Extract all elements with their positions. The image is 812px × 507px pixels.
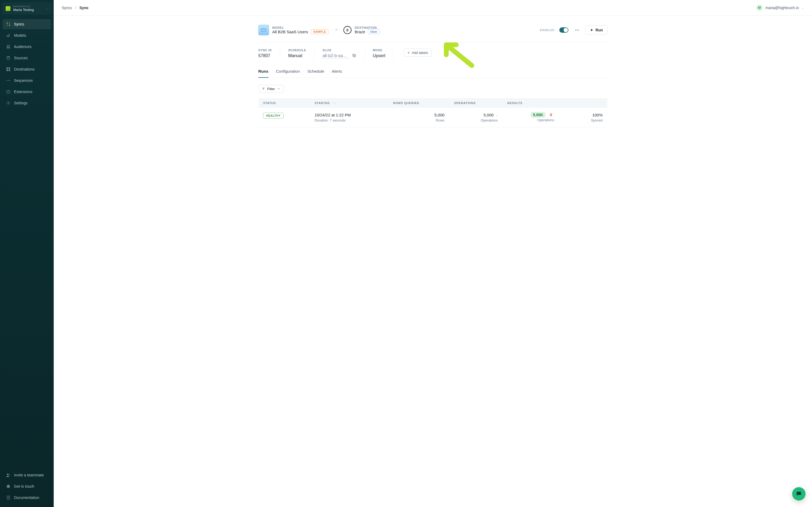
col-rows[interactable]: ROWS QUERIED: [388, 98, 449, 108]
svg-rect-29: [353, 55, 356, 57]
sidebar-item-label: Sources: [14, 56, 28, 60]
intercom-launcher[interactable]: [792, 487, 806, 501]
sidebar-item-get-in-touch[interactable]: Get in touch: [3, 481, 51, 492]
destination-icon: b: [344, 26, 352, 34]
col-ops[interactable]: OPERATIONS: [449, 98, 502, 108]
svg-point-2: [7, 25, 8, 26]
svg-point-22: [8, 486, 9, 487]
sidebar-item-extensions[interactable]: Extensions: [3, 87, 51, 97]
svg-rect-5: [8, 35, 8, 37]
slug-label: SLUG: [322, 49, 356, 52]
tab-schedule[interactable]: Schedule: [307, 69, 324, 78]
svg-point-18: [8, 103, 9, 104]
chat-icon: [6, 484, 11, 489]
extensions-icon: [6, 89, 11, 94]
chevron-down-icon[interactable]: ⌄: [495, 114, 498, 117]
svg-point-27: [576, 30, 577, 31]
breadcrumb-parent[interactable]: Syncs: [62, 6, 72, 10]
sort-icon: ↑↓: [334, 101, 337, 105]
mode-value: Upsert: [373, 53, 385, 58]
sidebar-item-label: Get in touch: [14, 484, 34, 489]
sync-tabs: Runs Configuration Schedule Alerts: [258, 69, 607, 78]
sources-icon: [6, 56, 11, 60]
tab-alerts[interactable]: Alerts: [332, 69, 342, 78]
sidebar-item-audiences[interactable]: Audiences: [3, 42, 51, 52]
more-actions-button[interactable]: [573, 26, 581, 34]
sidebar-item-sources[interactable]: Sources: [3, 53, 51, 63]
destination-object-tag: User: [368, 29, 380, 34]
sidebar: WORKSPACE Maria Testing ⌄ Syncs Models A…: [0, 0, 54, 507]
sidebar-item-sequences[interactable]: Sequences: [3, 75, 51, 86]
sequences-icon: [6, 78, 11, 83]
chevron-down-icon: ⌄: [802, 6, 804, 9]
destination-entity[interactable]: b DESTINATION Braze User: [344, 26, 380, 34]
copy-icon[interactable]: [352, 53, 356, 58]
tab-runs[interactable]: Runs: [258, 69, 268, 78]
sync-id-label: SYNC ID: [258, 49, 272, 52]
sidebar-item-label: Sequences: [14, 78, 33, 82]
svg-point-3: [9, 25, 10, 26]
sidebar-item-models[interactable]: Models: [3, 30, 51, 41]
run-button[interactable]: Run: [586, 25, 607, 35]
tab-configuration[interactable]: Configuration: [276, 69, 300, 78]
col-status[interactable]: STATUS: [258, 98, 310, 108]
svg-point-26: [575, 30, 576, 31]
svg-rect-25: [261, 29, 266, 32]
svg-rect-11: [9, 67, 10, 69]
filter-button[interactable]: Filter: [258, 85, 284, 93]
avatar: M: [756, 5, 763, 11]
sidebar-item-settings[interactable]: Settings: [3, 98, 51, 108]
destination-name: Braze: [355, 30, 365, 34]
add-labels-text: Add labels: [412, 51, 428, 55]
svg-rect-4: [7, 36, 7, 37]
sync-meta: SYNC ID 57807 SCHEDULE Manual SLUG all-b…: [258, 42, 607, 61]
enabled-toggle[interactable]: [559, 27, 568, 33]
svg-point-23: [9, 486, 9, 487]
slug-value[interactable]: all-b2-b-saa-s…: [322, 53, 349, 58]
content: MODEL All B2B SaaS Users SAMPLE b DESTIN…: [54, 15, 812, 507]
workspace-label: WORKSPACE: [13, 5, 43, 8]
col-synced: [559, 98, 607, 108]
add-labels-button[interactable]: + Add labels: [404, 49, 432, 57]
svg-point-28: [578, 30, 579, 31]
table-row[interactable]: HEALTHY 10/24/22 at 1:22 PM Duration: 7 …: [258, 108, 607, 127]
sync-id-value: 57807: [258, 53, 272, 58]
invite-icon: [6, 473, 11, 477]
svg-rect-30: [353, 54, 355, 56]
started-value: 10/24/22 at 1:22 PM: [314, 113, 384, 117]
svg-point-21: [7, 486, 8, 487]
annotation-arrow-icon: [441, 40, 476, 69]
enabled-label: ENABLED: [540, 29, 555, 32]
breadcrumb: Syncs / Sync: [62, 6, 88, 10]
sidebar-item-invite[interactable]: Invite a teammate: [3, 470, 51, 480]
svg-point-19: [7, 473, 9, 475]
results-error: 0: [548, 112, 554, 117]
arrow-right-icon: [333, 27, 339, 33]
svg-point-9: [7, 56, 10, 57]
sidebar-item-destinations[interactable]: Destinations: [3, 64, 51, 74]
rows-value: 5,000: [393, 113, 444, 117]
filter-label: Filter: [267, 87, 275, 91]
models-icon: [6, 33, 11, 38]
filter-icon: [262, 87, 265, 91]
topbar: Syncs / Sync M maria@hightouch.io ⌄: [54, 0, 812, 15]
settings-icon: [6, 101, 11, 105]
synced-label: Synced: [564, 118, 603, 122]
sidebar-item-syncs[interactable]: Syncs: [3, 19, 51, 29]
workspace-logo-icon: [6, 6, 10, 11]
col-started[interactable]: STARTED ↑↓: [310, 98, 388, 108]
svg-point-1: [9, 22, 10, 23]
model-entity[interactable]: MODEL All B2B SaaS Users SAMPLE: [258, 25, 328, 36]
status-badge: HEALTHY: [263, 113, 284, 119]
primary-nav: Syncs Models Audiences Sources Destinati…: [3, 19, 51, 108]
workspace-switcher[interactable]: WORKSPACE Maria Testing ⌄: [3, 3, 51, 14]
destinations-icon: [6, 67, 11, 72]
user-menu[interactable]: M maria@hightouch.io ⌄: [756, 5, 804, 11]
sidebar-item-documentation[interactable]: Documentation: [3, 493, 51, 503]
run-button-label: Run: [596, 28, 603, 32]
plus-icon: +: [407, 50, 409, 55]
rows-label: Rows: [393, 118, 444, 122]
svg-point-15: [8, 80, 9, 81]
mode-label: MODE: [373, 49, 385, 52]
col-results[interactable]: RESULTS: [503, 98, 559, 108]
